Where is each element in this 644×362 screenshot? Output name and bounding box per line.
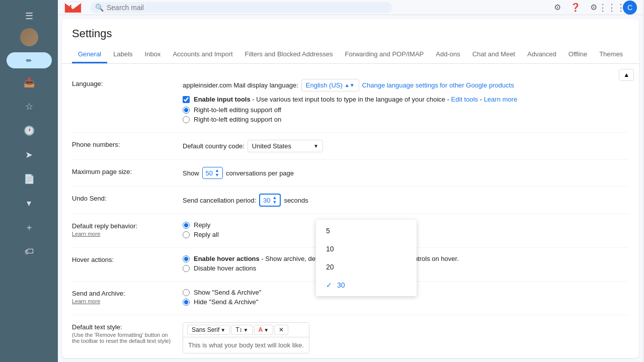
learn-more-input-tools-link[interactable]: Learn more (484, 96, 517, 103)
inbox-icon[interactable]: 📥 (19, 72, 39, 93)
text-style-content: Sans Serif ▼ T↕ ▼ A ▼ (183, 322, 629, 353)
tab-labels[interactable]: Labels (107, 46, 138, 63)
reply-learn-more-link[interactable]: Learn more (72, 231, 100, 237)
filter-icon[interactable]: ⚙ (550, 1, 565, 15)
page-title: Settings (72, 27, 629, 40)
font-color-dropdown-icon: ▼ (264, 327, 269, 333)
reply-label: Reply (194, 221, 210, 229)
reply-all-radio[interactable] (183, 231, 190, 238)
reply-radio[interactable] (183, 222, 190, 229)
enable-hover-radio[interactable] (183, 255, 190, 262)
settings-body: ▲ Language: appleinsider.com Mail displa… (62, 64, 639, 358)
stepper-arrows-icon: ▲▼ (215, 168, 219, 177)
tab-themes[interactable]: Themes (593, 46, 629, 63)
tab-addons[interactable]: Add-ons (430, 46, 466, 63)
font-size-button[interactable]: T↕ ▼ (231, 325, 253, 335)
dropdown-option-5[interactable]: 5 (316, 222, 417, 240)
undo-send-value: 30 (263, 197, 270, 204)
remove-formatting-button[interactable]: ✕ (274, 325, 288, 335)
language-dropdown[interactable]: English (US) ▲▼ (301, 79, 359, 92)
gmail-logo: M (64, 2, 82, 14)
edit-tools-link[interactable]: Edit tools (451, 96, 478, 103)
rtl-off-radio[interactable] (183, 107, 190, 114)
show-send-archive-label: Show "Send & Archive" (194, 289, 261, 296)
font-size-dropdown-icon: ▼ (244, 327, 249, 333)
phone-country-value: United States (252, 142, 291, 150)
dropdown-option-10-label: 10 (326, 245, 334, 253)
hide-send-archive-row: Hide "Send & Archive" (183, 298, 629, 306)
font-family-button[interactable]: Sans Serif ▼ (187, 325, 230, 335)
text-style-toolbar: Sans Serif ▼ T↕ ▼ A ▼ (183, 323, 309, 337)
hide-send-archive-label: Hide "Send & Archive" (194, 298, 258, 306)
language-display-text: appleinsider.com Mail display language: (183, 81, 298, 89)
google-apps-icon[interactable]: ⋮⋮⋮ (605, 1, 619, 15)
font-color-button[interactable]: A ▼ (254, 325, 274, 335)
chevron-down-icon[interactable]: ▾ (19, 193, 39, 213)
draft-icon[interactable]: 📄 (19, 169, 39, 189)
dropdown-option-10[interactable]: 10 (316, 240, 417, 258)
phone-label: Phone numbers: (72, 140, 173, 148)
search-input[interactable] (107, 4, 387, 12)
disable-hover-radio[interactable] (183, 265, 190, 272)
rtl-off-row: Right-to-left editing support off (183, 106, 629, 114)
dropdown-arrow-icon: ▲▼ (345, 82, 355, 88)
send-icon[interactable]: ➤ (19, 145, 39, 165)
gmail-content: Settings General Labels Inbox Accounts a… (58, 15, 643, 362)
clock-icon[interactable]: 🕐 (19, 121, 39, 141)
page-size-value: 50 (206, 169, 213, 177)
avatar[interactable] (20, 28, 38, 46)
send-cancel-text: Send cancellation period: (183, 197, 256, 204)
tab-general[interactable]: General (72, 46, 107, 63)
label-icon[interactable]: 🏷 (19, 241, 39, 261)
seconds-text: seconds (284, 197, 308, 204)
phone-content: Default country code: United States ▼ (183, 140, 629, 152)
settings-container: Settings General Labels Inbox Accounts a… (62, 19, 639, 358)
page-size-row: Maximum page size: Show 50 ▲▼ conversati… (72, 160, 629, 187)
phone-country-select[interactable]: United States ▼ (248, 140, 323, 152)
dropdown-option-30[interactable]: ✓ 30 (316, 276, 417, 294)
send-archive-learn-more-link[interactable]: Learn more (72, 298, 100, 304)
compose-icon: ✏ (26, 57, 32, 64)
dropdown-option-30-label: 30 (337, 281, 345, 289)
main-area: M 🔍 ⚙ ❓ ⚙ ⋮⋮⋮ C Settings General Labels … (58, 0, 643, 362)
rtl-on-label: Right-to-left editing support on (194, 116, 281, 123)
google-account-button[interactable]: C (623, 1, 637, 15)
hide-send-archive-radio[interactable] (183, 299, 190, 306)
undo-send-dropdown-menu: 5 10 20 ✓ 30 (316, 220, 417, 296)
tab-forwarding[interactable]: Forwarding and POP/IMAP (339, 46, 430, 63)
undo-send-dropdown[interactable]: 30 ▲▼ (259, 194, 281, 207)
undo-send-row: Undo Send: Send cancellation period: 30 … (72, 187, 629, 214)
svg-text:M: M (66, 4, 72, 12)
rtl-on-radio[interactable] (183, 116, 190, 123)
page-size-content: Show 50 ▲▼ conversations per page (183, 167, 629, 179)
search-bar[interactable]: 🔍 (90, 2, 392, 13)
tab-accounts[interactable]: Accounts and Import (167, 46, 238, 63)
tab-offline[interactable]: Offline (562, 46, 593, 63)
dropdown-option-20[interactable]: 20 (316, 258, 417, 276)
disable-hover-label: Disable hover actions (194, 264, 256, 272)
change-language-link[interactable]: Change language settings for other Googl… (362, 81, 514, 89)
compose-button[interactable]: ✏ (7, 52, 52, 68)
tab-filters[interactable]: Filters and Blocked Addresses (239, 46, 339, 63)
tab-chat[interactable]: Chat and Meet (466, 46, 521, 63)
page-size-per-page: conversations per page (226, 169, 294, 177)
top-bar: M 🔍 ⚙ ❓ ⚙ ⋮⋮⋮ C (58, 0, 643, 15)
help-icon[interactable]: ❓ (569, 1, 583, 15)
phone-dropdown-icon: ▼ (313, 143, 318, 149)
rtl-off-label: Right-to-left editing support off (194, 106, 281, 114)
show-send-archive-radio[interactable] (183, 289, 190, 296)
tab-inbox[interactable]: Inbox (139, 46, 167, 63)
font-size-icon: T↕ (235, 326, 242, 333)
text-style-label: Default text style: (Use the 'Remove for… (72, 322, 173, 344)
page-size-show-text: Show (183, 169, 199, 177)
add-icon[interactable]: ＋ (19, 217, 39, 237)
star-icon[interactable]: ☆ (19, 97, 39, 117)
tab-advanced[interactable]: Advanced (521, 46, 562, 63)
scroll-top-button[interactable]: ▲ (619, 69, 634, 81)
enable-input-tools-checkbox[interactable] (183, 96, 190, 103)
page-size-stepper[interactable]: 50 ▲▼ (202, 167, 223, 179)
check-icon: ✓ (326, 281, 332, 289)
language-content: appleinsider.com Mail display language: … (183, 79, 629, 125)
undo-send-label: Undo Send: (72, 194, 173, 202)
menu-icon[interactable]: ☰ (19, 6, 39, 26)
